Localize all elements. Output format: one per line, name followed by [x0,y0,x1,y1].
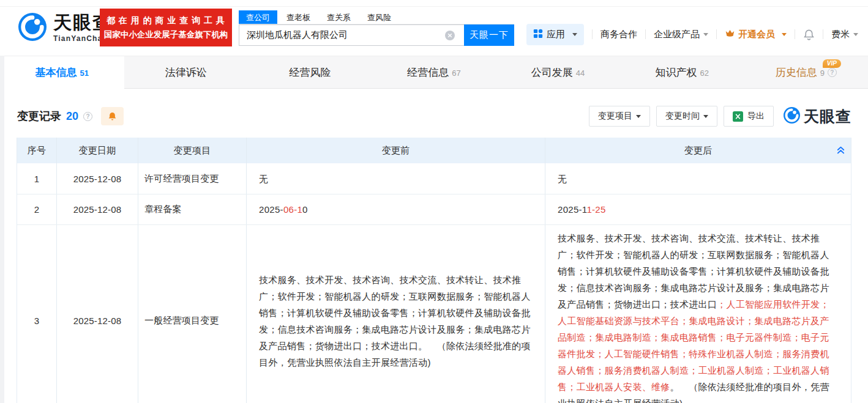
search-box: 天眼一下 [239,24,514,46]
nav-user[interactable]: 费米 [831,29,858,40]
clear-icon[interactable] [445,31,455,40]
apps-menu[interactable]: 应用 [526,24,584,45]
slogan-banner: 都 在 用 的 商 业 查 询 工 具 国家中小企业发展子基金旗下机构 [100,9,232,46]
table-header-row: 序号 变更日期 变更项目 变更前 变更后 [17,138,851,163]
table-row: 1 2025-12-08 许可经营项目变更 无 无 [17,163,851,194]
nav-business-cooperation[interactable]: 商务合作 [600,29,637,40]
divider [823,29,823,39]
divider [592,29,593,39]
col-header-before: 变更前 [247,138,545,163]
cell-after: 技术服务、技术开发、技术咨询、技术交流、技术转让、技术推广；软件开发；智能机器人… [545,225,851,403]
slogan-line2: 国家中小企业发展子基金旗下机构 [101,28,231,42]
search-input[interactable] [239,24,464,46]
cell-before: 2025-06-10 [247,194,545,224]
table-row: 3 2025-12-08 一般经营项目变更 技术服务、技术开发、技术咨询、技术交… [17,225,851,403]
cell-no: 2 [17,194,57,224]
page: 天眼查 TianYanCha.com 都 在 用 的 商 业 查 询 工 具 国… [0,0,868,403]
cell-date: 2025-12-08 [57,225,138,403]
export-button[interactable]: 导出 [724,106,774,127]
nav-enterprise-products[interactable]: 企业级产品 [654,29,708,40]
help-icon[interactable] [83,112,92,121]
chevron-down-icon [853,33,858,39]
site-header: 天眼查 TianYanCha.com 都 在 用 的 商 业 查 询 工 具 国… [0,0,868,56]
cell-date: 2025-12-08 [57,194,138,224]
chevron-down-icon [636,115,641,120]
chevron-down-icon [703,33,708,39]
search-tab-company[interactable]: 查公司 [239,10,277,24]
tab-company-development[interactable]: 公司发展 44 [496,56,620,89]
tianyancha-watermark: 天眼查 [784,106,851,127]
cell-after: 2025-11-25 [545,194,851,224]
tab-operational-risk[interactable]: 经营风险 [248,56,372,89]
page-edge [0,56,4,403]
tab-basic-info[interactable]: 基本信息 51 [0,56,124,89]
top-divider [0,6,868,7]
col-header-after: 变更后 [545,138,851,163]
section-count: 20 [66,110,78,123]
col-header-no: 序号 [17,138,57,163]
search-button[interactable]: 天眼一下 [464,24,514,46]
cell-no: 3 [17,225,57,403]
divider [716,29,717,39]
col-header-date: 变更日期 [57,138,138,163]
tianyancha-swirl-icon [18,13,47,43]
divider [795,29,795,39]
tab-legal-proceedings[interactable]: 法律诉讼 [124,56,249,89]
excel-icon [733,111,743,122]
cell-before: 技术服务、技术开发、技术咨询、技术交流、技术转让、技术推广；软件开发；智能机器人… [247,225,545,403]
search-tab-risk[interactable]: 查风险 [360,10,398,24]
search-tabs: 查公司 查老板 查关系 查风险 [239,10,514,24]
company-tabs: 基本信息 51 法律诉讼 经营风险 经营信息 67 公司发展 44 知识产权 6… [0,56,868,89]
chevron-down-icon [782,33,787,39]
change-record-table: 序号 变更日期 变更项目 变更前 变更后 1 2025-12-08 许可经营项目… [17,138,851,403]
monitor-bell-button[interactable] [101,107,124,125]
nav-open-vip[interactable]: 开通会员 [725,29,787,40]
divider [645,29,646,39]
watermark-label: 天眼查 [804,106,851,127]
cell-date: 2025-12-08 [57,163,138,194]
tab-intellectual-property[interactable]: 知识产权 62 [620,56,744,89]
search-tab-boss[interactable]: 查老板 [279,10,318,24]
chevron-down-icon [572,33,577,39]
tab-business-info[interactable]: 经营信息 67 [372,56,496,89]
apps-grid-icon [533,29,543,40]
slogan-line1: 都 在 用 的 商 业 查 询 工 具 [101,13,231,28]
cell-item: 一般经营项目变更 [138,225,247,403]
cell-item: 许可经营项目变更 [138,163,247,194]
tianyancha-swirl-icon [784,107,800,126]
table-row: 2 2025-12-08 章程备案 2025-06-10 2025-11-25 [17,194,851,225]
top-nav: 应用 商务合作 企业级产品 开通会员 [526,23,858,46]
filter-change-project-button[interactable]: 变更项目 [589,106,650,127]
vip-crown-icon [725,29,735,40]
chevron-down-icon [703,115,708,120]
vip-badge: VIP [823,59,841,68]
section-title: 变更记录 [17,109,61,124]
notification-bell-icon[interactable] [803,29,815,40]
collapse-icon[interactable] [836,146,845,157]
change-record-header: 变更记录 20 变更项目 变更时间 导出 [0,89,868,138]
help-icon[interactable] [828,68,837,77]
cell-after: 无 [545,163,851,194]
cell-before: 无 [247,163,545,194]
search-tab-relation[interactable]: 查关系 [320,10,358,24]
apps-label: 应用 [547,29,565,40]
username: 费米 [831,29,850,40]
cell-item: 章程备案 [138,194,247,224]
cell-no: 1 [17,163,57,194]
filter-change-time-button[interactable]: 变更时间 [656,106,717,127]
col-header-item: 变更项目 [138,138,247,163]
tab-historical-info[interactable]: VIP 历史信息 9 [744,56,868,89]
